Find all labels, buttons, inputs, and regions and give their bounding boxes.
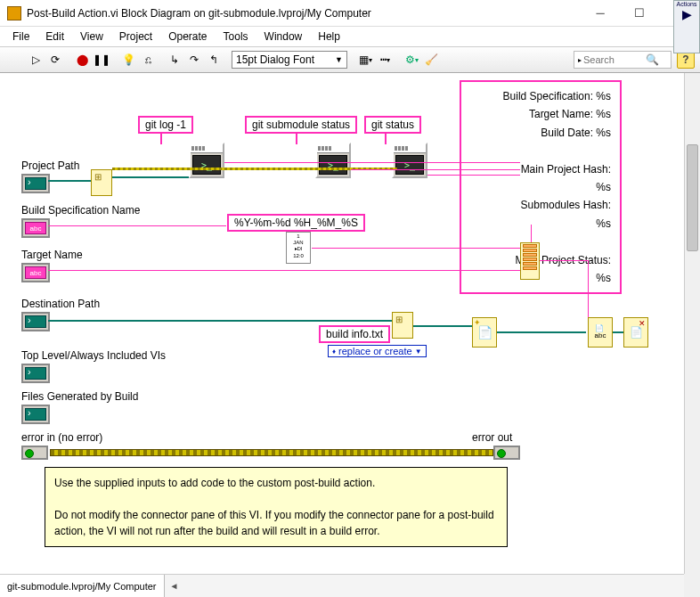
font-select-label: 15pt Dialog Font [236, 53, 314, 66]
scroll-left-button[interactable]: ◄ [165, 581, 184, 591]
chevron-down-icon: ▼ [335, 55, 343, 64]
label-project-path: Project Path [21, 159, 79, 172]
label-error-out: error out [472, 431, 512, 444]
vertical-scrollbar[interactable] [684, 73, 700, 574]
wire [48, 180, 91, 182]
wire [160, 132, 162, 144]
terminal-build-spec[interactable]: abc [21, 218, 50, 238]
enum-label: replace or create [338, 346, 412, 356]
menu-file[interactable]: File [5, 29, 37, 45]
label-error-in: error in (no error) [21, 431, 102, 444]
menu-window[interactable]: Window [257, 29, 310, 45]
search-box[interactable]: ▸ 🔍 [574, 51, 672, 69]
terminal-error-in[interactable] [21, 446, 48, 460]
actions-label: Actions [677, 1, 697, 7]
wire [588, 260, 589, 317]
label-top-vis: Top Level/Always Included VIs [21, 349, 166, 362]
chevron-down-icon: ▼ [415, 348, 422, 356]
terminal-dest-path[interactable] [21, 312, 50, 331]
step-into-button[interactable]: ↳ [166, 51, 183, 69]
chevron-left-icon: ▸ [578, 56, 582, 64]
node-close-file[interactable]: 📄 [623, 317, 648, 348]
menu-operate[interactable]: Operate [161, 29, 214, 45]
label-dest-path: Destination Path [21, 298, 100, 310]
menu-tools[interactable]: Tools [216, 29, 256, 45]
exec-git-status[interactable]: >_ [392, 143, 427, 178]
node-format-into-string[interactable] [520, 242, 540, 280]
wire [48, 225, 226, 226]
wire-error [50, 449, 493, 456]
node-build-path[interactable] [392, 312, 413, 339]
const-build-info[interactable]: build info.txt [319, 325, 390, 343]
node-format-datetime[interactable]: 1JAN▸DI12:0 [286, 232, 311, 264]
enum-replace-or-create[interactable]: ♦ replace or create ▼ [328, 345, 427, 357]
menu-edit[interactable]: Edit [38, 29, 71, 45]
menu-help[interactable]: Help [311, 29, 347, 45]
run-continuously-button[interactable]: ⟳ [46, 51, 64, 69]
label-build-spec: Build Specification Name [21, 204, 140, 217]
reorder-button[interactable]: ⚙▾ [403, 51, 420, 69]
font-select[interactable]: 15pt Dialog Font ▼ [232, 51, 347, 69]
window-title: Post-Build Action.vi Block Diagram on gi… [27, 7, 581, 20]
step-out-button[interactable]: ↰ [205, 51, 223, 69]
retain-wires-button[interactable]: ⎌ [139, 51, 157, 69]
wire [413, 325, 472, 327]
cleanup-button[interactable]: 🧹 [422, 51, 440, 69]
help-button[interactable]: ? [677, 51, 695, 69]
wire [427, 175, 520, 176]
const-git-submodule[interactable]: git submodule status [245, 116, 357, 134]
app-icon [7, 6, 21, 20]
statusbar: git-submodule.lvproj/My Computer ◄ ► [0, 574, 700, 597]
terminal-error-out[interactable] [493, 446, 520, 460]
updown-icon: ♦ [332, 348, 336, 356]
wire [312, 248, 520, 249]
search-input[interactable] [583, 54, 646, 65]
label-files-gen: Files Generated by Build [21, 390, 138, 403]
node-write-text-file[interactable]: 📄abc [588, 317, 613, 348]
wire [48, 320, 392, 322]
note-line-2: Do not modify the connector pane of this… [54, 507, 498, 539]
menu-view[interactable]: View [73, 29, 110, 45]
menubar: File Edit View Project Operate Tools Win… [0, 27, 700, 46]
wire [296, 132, 297, 144]
abort-button[interactable]: ⬤ [73, 51, 91, 69]
wire [540, 260, 588, 261]
wire [48, 270, 520, 271]
comment-note: Use the supplied inputs to add code to t… [45, 467, 508, 547]
wire [351, 169, 520, 170]
label-target-name: Target Name [21, 249, 83, 261]
step-over-button[interactable]: ↷ [185, 51, 203, 69]
menu-project[interactable]: Project [112, 29, 159, 45]
wire [531, 225, 532, 242]
terminal-files-gen[interactable] [21, 405, 50, 424]
wire [224, 162, 520, 163]
run-button[interactable]: ▷ [27, 51, 45, 69]
exec-git-submodule[interactable]: >_ [315, 143, 351, 178]
terminal-target-name[interactable]: abc [21, 263, 50, 282]
scrollbar-thumb[interactable] [687, 144, 698, 251]
wire [613, 331, 623, 333]
status-text[interactable]: git-submodule.lvproj/My Computer [0, 575, 165, 597]
scrollbar-corner [684, 574, 700, 597]
const-format-string[interactable]: Build Specification: %s Target Name: %s … [460, 80, 622, 294]
node-open-create-file[interactable] [472, 317, 497, 348]
block-diagram[interactable]: Project Path Build Specification Name ab… [0, 73, 682, 572]
align-button[interactable]: ▦▾ [356, 51, 374, 69]
maximize-button[interactable]: ☐ [620, 1, 659, 26]
const-date-format[interactable]: %Y-%m-%d %H_%M_%S [227, 214, 365, 232]
minimize-button[interactable]: ─ [581, 1, 620, 26]
highlight-exec-button[interactable]: 💡 [119, 51, 137, 69]
note-line-1: Use the supplied inputs to add code to t… [54, 475, 498, 491]
exec-git-log[interactable]: >_ [189, 143, 224, 178]
node-strip-path[interactable] [91, 169, 112, 196]
const-git-status[interactable]: git status [364, 116, 421, 134]
actions-panel[interactable]: Actions ▶ [673, 0, 700, 53]
distribute-button[interactable]: ┅▾ [376, 51, 394, 69]
wire [497, 331, 586, 333]
pause-button[interactable]: ❚❚ [93, 51, 110, 69]
terminal-project-path[interactable] [21, 174, 50, 193]
format-string-text: Build Specification: %s Target Name: %s … [470, 87, 611, 287]
search-icon: 🔍 [646, 53, 659, 66]
const-git-log[interactable]: git log -1 [138, 116, 193, 134]
terminal-top-vis[interactable] [21, 364, 50, 383]
